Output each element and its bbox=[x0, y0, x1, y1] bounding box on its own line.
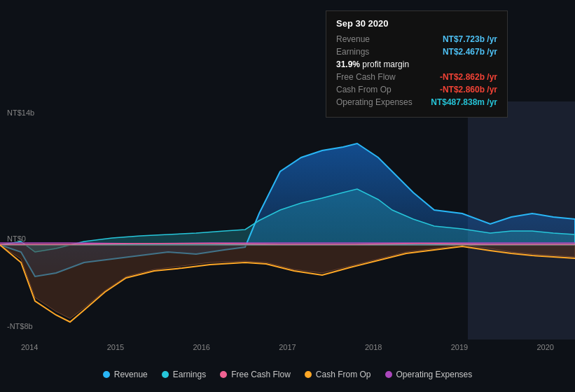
tooltip-label-earnings: Earnings bbox=[336, 47, 369, 57]
chart-container: Sep 30 2020 Revenue NT$7.723b /yr Earnin… bbox=[0, 0, 575, 392]
tooltip-row-earnings: Earnings NT$2.467b /yr bbox=[336, 47, 497, 57]
legend-label-opex: Operating Expenses bbox=[396, 370, 473, 379]
x-label-2015: 2015 bbox=[107, 343, 124, 351]
tooltip-row-fcf: Free Cash Flow -NT$2.862b /yr bbox=[336, 72, 497, 82]
tooltip-title: Sep 30 2020 bbox=[336, 18, 497, 29]
x-label-2017: 2017 bbox=[279, 343, 296, 351]
tooltip-value-cfo: -NT$2.860b /yr bbox=[440, 85, 497, 94]
legend-revenue[interactable]: Revenue bbox=[103, 370, 148, 379]
x-label-2019: 2019 bbox=[451, 343, 468, 351]
legend-dot-fcf bbox=[220, 371, 227, 378]
tooltip-label-revenue: Revenue bbox=[336, 34, 370, 44]
legend-cfo[interactable]: Cash From Op bbox=[305, 370, 371, 379]
tooltip-row-opex: Operating Expenses NT$487.838m /yr bbox=[336, 97, 497, 107]
tooltip-profit-margin: 31.9% profit margin bbox=[336, 59, 497, 69]
legend-dot-revenue bbox=[103, 371, 110, 378]
tooltip-label-cfo: Cash From Op bbox=[336, 85, 392, 94]
legend-dot-earnings bbox=[162, 371, 169, 378]
x-axis-labels: 2014 2015 2016 2017 2018 2019 2020 bbox=[0, 343, 575, 351]
legend-earnings[interactable]: Earnings bbox=[162, 370, 206, 379]
legend-dot-cfo bbox=[305, 371, 312, 378]
tooltip-label-fcf: Free Cash Flow bbox=[336, 72, 396, 82]
chart-svg bbox=[0, 102, 575, 350]
legend-label-fcf: Free Cash Flow bbox=[231, 370, 291, 379]
tooltip-row-revenue: Revenue NT$7.723b /yr bbox=[336, 34, 497, 44]
x-label-2018: 2018 bbox=[365, 343, 382, 351]
legend-fcf[interactable]: Free Cash Flow bbox=[220, 370, 291, 379]
legend-label-cfo: Cash From Op bbox=[316, 370, 371, 379]
legend: Revenue Earnings Free Cash Flow Cash Fro… bbox=[0, 370, 575, 379]
tooltip-row-cfo: Cash From Op -NT$2.860b /yr bbox=[336, 85, 497, 94]
tooltip-value-opex: NT$487.838m /yr bbox=[431, 97, 497, 107]
x-label-2016: 2016 bbox=[193, 343, 210, 351]
tooltip: Sep 30 2020 Revenue NT$7.723b /yr Earnin… bbox=[326, 10, 508, 118]
legend-label-revenue: Revenue bbox=[114, 370, 148, 379]
x-label-2020: 2020 bbox=[537, 343, 554, 351]
tooltip-label-opex: Operating Expenses bbox=[336, 97, 413, 107]
tooltip-value-revenue: NT$7.723b /yr bbox=[443, 34, 497, 44]
legend-opex[interactable]: Operating Expenses bbox=[385, 370, 473, 379]
tooltip-value-earnings: NT$2.467b /yr bbox=[443, 47, 497, 57]
legend-dot-opex bbox=[385, 371, 392, 378]
x-label-2014: 2014 bbox=[21, 343, 38, 351]
tooltip-value-fcf: -NT$2.862b /yr bbox=[440, 72, 497, 82]
legend-label-earnings: Earnings bbox=[173, 370, 206, 379]
